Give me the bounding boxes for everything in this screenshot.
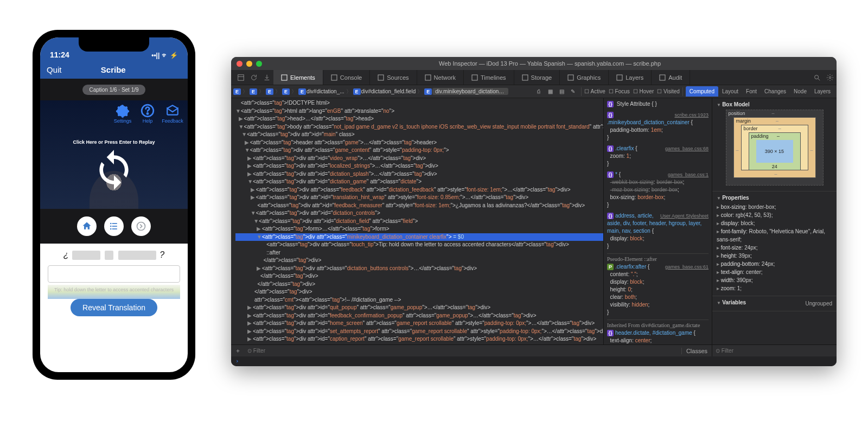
- next-button[interactable]: [131, 216, 151, 236]
- element-badge[interactable]: E: [298, 88, 306, 95]
- tab-layers[interactable]: Layers: [609, 70, 652, 85]
- computed-filter-input[interactable]: ⊙ Filter: [712, 348, 837, 354]
- settings-gear-icon[interactable]: [824, 70, 837, 85]
- css-rule[interactable]: {}User Agent Stylesheetaddress, article,…: [607, 212, 709, 250]
- dom-node[interactable]: ▶<attr">class="tag">div attr">id="video_…: [235, 155, 603, 163]
- dom-node[interactable]: <attr">class="tag">!DOCTYPE html>: [235, 99, 603, 107]
- dom-node[interactable]: ▶<attr">class="tag">div attr">id="dictat…: [235, 170, 603, 178]
- computed-tab-node[interactable]: Node: [790, 86, 810, 97]
- breadcrumb-item[interactable]: div#dictation_field.field: [361, 88, 416, 94]
- styles-pane[interactable]: {} Style Attribute { } {}scribe.css:1923…: [603, 98, 712, 344]
- home-button[interactable]: [77, 216, 97, 236]
- feedback-icon[interactable]: Feedback: [162, 104, 183, 124]
- dom-node[interactable]: ▶<attr">class="tag">div attr">id="set_at…: [235, 328, 603, 336]
- word-blank[interactable]: [118, 251, 156, 260]
- print-icon[interactable]: ⎙: [533, 88, 544, 94]
- dom-node[interactable]: ▶<attr">class="tag">div attr">id="transl…: [235, 194, 603, 202]
- computed-property[interactable]: width: 390px;: [717, 276, 832, 284]
- dom-node[interactable]: ▶<attr">class="tag">form>…</attr">class=…: [235, 225, 603, 233]
- dom-node[interactable]: ▼<attr">class="tag">div attr">class="gam…: [235, 146, 603, 155]
- pseudo-hover[interactable]: ☐ Hover: [633, 88, 654, 94]
- edit-icon[interactable]: ✎: [567, 88, 578, 94]
- dom-node[interactable]: </attr">class="tag">div>: [235, 280, 603, 289]
- css-rule[interactable]: {}header.dictate, #dictation_game { text…: [607, 329, 709, 344]
- computed-property[interactable]: font-size: 24px;: [717, 244, 832, 252]
- computed-property[interactable]: box-sizing: border-box;: [717, 203, 832, 211]
- minimize-window-icon[interactable]: [246, 61, 252, 67]
- computed-property[interactable]: font-family: Roboto, "Helvetica Neue", A…: [717, 227, 832, 244]
- dom-node[interactable]: </attr">class="tag">div>: [235, 257, 603, 265]
- css-rule[interactable]: {}games_base.css:1* { -webkit-box-sizing…: [607, 171, 709, 209]
- computed-property[interactable]: padding-bottom: 24px;: [717, 260, 832, 268]
- tab-audit[interactable]: Audit: [652, 70, 690, 85]
- computed-property[interactable]: height: 39px;: [717, 252, 832, 260]
- add-rule-icon[interactable]: ＋: [231, 347, 244, 355]
- css-rule[interactable]: Pgames_base.css:61.clearfix:after { cont…: [607, 263, 709, 316]
- computed-tab-layout[interactable]: Layout: [718, 86, 742, 97]
- reveal-translation-button[interactable]: Reveal Translation: [71, 299, 157, 316]
- video-player[interactable]: SettingsHelpFeedback Click Here or Press…: [40, 100, 188, 209]
- dock-side-icon[interactable]: [234, 70, 247, 85]
- breadcrumb-selected[interactable]: div.minikeyboard_dictation_container.cle…: [432, 88, 508, 95]
- help-icon[interactable]: Help: [137, 104, 158, 124]
- tab-storage[interactable]: Storage: [514, 70, 560, 85]
- dom-node[interactable]: ▼<attr">class="tag">div attr">id="dictat…: [235, 178, 603, 186]
- css-rule[interactable]: {}scribe.css:1923.minikeyboard_dictation…: [607, 111, 709, 142]
- zoom-window-icon[interactable]: [256, 61, 262, 67]
- word-blank[interactable]: [105, 251, 113, 260]
- dom-node[interactable]: ▼<attr">class="tag">div attr">id="dictat…: [235, 209, 603, 218]
- close-window-icon[interactable]: [237, 61, 242, 67]
- tab-network[interactable]: Network: [417, 70, 464, 85]
- dom-node[interactable]: ▼<attr">class="tag">div attr">id="dictat…: [235, 218, 603, 226]
- dom-node[interactable]: </attr">class="tag">div>: [235, 272, 603, 280]
- element-badge[interactable]: E: [282, 88, 290, 95]
- dom-node[interactable]: ▼<attr">class="tag">body attr">class="no…: [235, 123, 603, 131]
- dom-node[interactable]: </attr">class="tag">div>: [235, 288, 603, 296]
- element-badge[interactable]: E: [250, 88, 257, 95]
- dom-node[interactable]: ::after: [235, 249, 603, 257]
- box-model-diagram[interactable]: position– margin–––– border– padding–24 …: [726, 110, 824, 186]
- dom-node[interactable]: attr">class="cmt"><attr">class="tag">!--…: [235, 296, 603, 304]
- computed-tab-font[interactable]: Font: [742, 86, 761, 97]
- pseudo-active[interactable]: ☐ Active: [584, 88, 605, 94]
- tab-sources[interactable]: Sources: [370, 70, 417, 85]
- word-blank[interactable]: [72, 251, 100, 260]
- pseudo-visited[interactable]: ☐ Visited: [657, 88, 680, 94]
- computed-property[interactable]: color: rgb(42, 50, 53);: [717, 211, 832, 219]
- settings-icon[interactable]: Settings: [112, 104, 133, 124]
- dom-node[interactable]: ▶<attr">class="tag">div attr">id="home_s…: [235, 320, 603, 328]
- dom-node[interactable]: ▶<attr">class="tag">div attr">id="captio…: [235, 335, 603, 343]
- dom-node[interactable]: ▶<attr">class="tag">div attr">id="feedba…: [235, 312, 603, 320]
- list-button[interactable]: [104, 216, 124, 236]
- replay-icon[interactable]: [92, 148, 136, 194]
- variables-mode-select[interactable]: Ungrouped: [806, 301, 832, 307]
- styles-filter-input[interactable]: ⊙ Filter: [244, 348, 681, 354]
- computed-tab-changes[interactable]: Changes: [761, 86, 790, 97]
- computed-tab-layers[interactable]: Layers: [810, 86, 834, 97]
- element-badge[interactable]: E: [424, 88, 432, 95]
- css-rule[interactable]: {}games_base.css:68.clearfix { zoom: 1;}: [607, 145, 709, 168]
- dom-node[interactable]: <attr">class="tag">div attr">class="touc…: [235, 241, 603, 249]
- dom-node[interactable]: <attr">class="tag">div attr">id="feedbac…: [235, 202, 603, 210]
- element-badge[interactable]: E: [266, 88, 273, 95]
- layout-icon[interactable]: ▤: [556, 88, 567, 94]
- dom-node[interactable]: ▶<attr">class="tag">header attr">class="…: [235, 139, 603, 147]
- paint-icon[interactable]: ▦: [545, 88, 556, 94]
- tab-console[interactable]: Console: [323, 70, 370, 85]
- dom-node[interactable]: ▶<attr">class="tag">div attr">class="fee…: [235, 186, 603, 194]
- computed-property[interactable]: zoom: 1;: [717, 284, 832, 292]
- dom-node[interactable]: ▼<attr">class="tag">html attr">lang="enG…: [235, 107, 603, 116]
- computed-property[interactable]: display: block;: [717, 219, 832, 227]
- computed-tab-computed[interactable]: Computed: [686, 86, 718, 97]
- breadcrumb-item[interactable]: div#dictation_...: [307, 88, 344, 94]
- dom-node[interactable]: ▶<attr">class="tag">div attr">class="dic…: [235, 265, 603, 273]
- dom-node[interactable]: ▼<attr">class="tag">div attr">class="min…: [235, 233, 603, 241]
- answer-input[interactable]: [48, 265, 180, 283]
- tab-timelines[interactable]: Timelines: [464, 70, 514, 85]
- tab-graphics[interactable]: Graphics: [560, 70, 609, 85]
- classes-toggle[interactable]: Classes: [681, 348, 712, 354]
- computed-property[interactable]: text-align: center;: [717, 268, 832, 276]
- dom-node[interactable]: ▶<attr">class="tag">head>…</attr">class=…: [235, 115, 603, 123]
- search-icon[interactable]: [810, 70, 824, 85]
- dom-node[interactable]: ▼<attr">class="tag">div attr">id="main" …: [235, 131, 603, 139]
